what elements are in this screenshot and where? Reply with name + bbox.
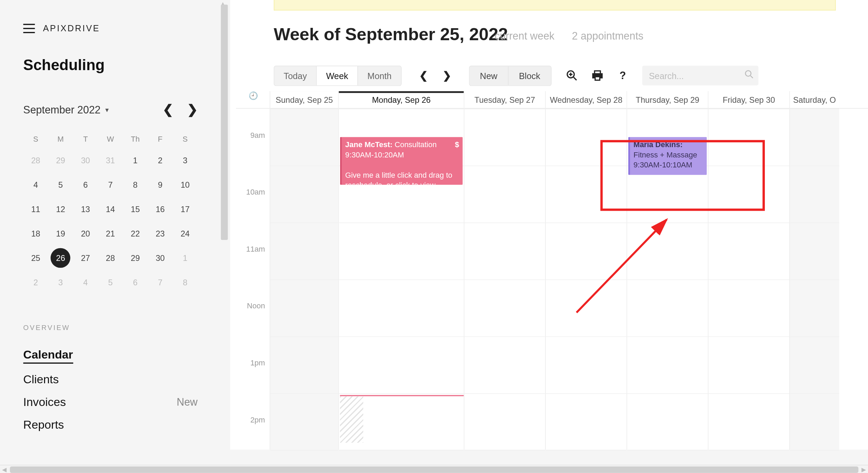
mini-cal-day[interactable]: 6 (126, 273, 145, 292)
nav-item-label: Invoices (23, 396, 66, 409)
mini-cal-dow: S (173, 130, 198, 148)
mini-cal-day[interactable]: 2 (26, 273, 45, 292)
mini-cal-day[interactable]: 28 (100, 248, 120, 268)
svg-point-7 (745, 71, 751, 76)
mini-cal-day[interactable]: 21 (100, 224, 120, 243)
mini-cal-day[interactable]: 7 (100, 175, 120, 195)
mini-cal-prev[interactable]: ❮ (163, 102, 173, 117)
mini-cal-day[interactable]: 2 (150, 151, 170, 170)
nav-item-label: Calendar (23, 348, 73, 364)
appointment[interactable]: Jane McTest: Consultation 9:30AM-10:20AM… (340, 137, 463, 185)
search-input[interactable] (642, 66, 758, 85)
time-label: Noon (247, 301, 265, 310)
nav-item-clients[interactable]: Clients (23, 368, 198, 391)
mini-cal-day[interactable]: 6 (76, 175, 95, 195)
week-grid: 🕘 9am10am11amNoon1pm2pm Sunday, Sep 25Mo… (236, 108, 868, 450)
mini-cal-day[interactable]: 5 (100, 273, 120, 292)
nav-item-badge: New (177, 396, 198, 408)
mini-cal-day[interactable]: 31 (100, 151, 120, 170)
scroll-right-caret[interactable]: ▶ (860, 465, 868, 473)
mini-cal-day[interactable]: 20 (76, 224, 95, 243)
today-button[interactable]: Today (274, 66, 316, 85)
time-label: 11am (246, 244, 265, 253)
menu-icon[interactable] (23, 23, 35, 33)
day-column-sun[interactable]: Sunday, Sep 25 (270, 91, 338, 450)
day-column-fri[interactable]: Friday, Sep 30 (708, 91, 789, 450)
time-label: 10am (246, 188, 265, 196)
svg-line-9 (576, 220, 666, 312)
mini-cal-month-select[interactable]: September 2022 ▼ (23, 104, 110, 116)
day-column-sat[interactable]: Saturday, O (789, 91, 839, 450)
block-button[interactable]: Block (508, 66, 551, 85)
mini-cal-day[interactable]: 12 (51, 199, 70, 219)
time-label: 2pm (250, 415, 265, 424)
day-column-tue[interactable]: Tuesday, Sep 27 (464, 91, 545, 450)
month-button[interactable]: Month (358, 66, 401, 85)
mini-cal-day[interactable]: 13 (76, 199, 95, 219)
zoom-in-icon[interactable] (565, 69, 578, 82)
svg-line-1 (573, 77, 576, 80)
nav-item-calendar[interactable]: Calendar (23, 343, 198, 368)
mini-cal-day[interactable]: 15 (126, 199, 145, 219)
mini-cal-day[interactable]: 16 (150, 199, 170, 219)
mini-cal-day[interactable]: 8 (175, 273, 195, 292)
nav-item-reports[interactable]: Reports (23, 414, 198, 436)
print-icon[interactable] (591, 69, 604, 82)
nav-item-label: Clients (23, 373, 59, 386)
brand-name: APIXDRIVE (43, 23, 100, 33)
mini-cal-day[interactable]: 3 (175, 151, 195, 170)
mini-cal-day[interactable]: 1 (175, 248, 195, 268)
mini-cal-day[interactable]: 22 (126, 224, 145, 243)
mini-cal-day[interactable]: 29 (51, 151, 70, 170)
mini-cal-day[interactable]: 26 (51, 248, 70, 268)
mini-cal-day[interactable]: 24 (175, 224, 195, 243)
mini-cal-day[interactable]: 19 (51, 224, 70, 243)
mini-cal-day[interactable]: 30 (150, 248, 170, 268)
time-hatch (340, 396, 364, 442)
week-next-button[interactable]: ❯ (436, 65, 457, 86)
mini-cal-dow: T (73, 130, 98, 148)
mini-cal-day[interactable]: 1 (126, 151, 145, 170)
mini-cal-day[interactable]: 17 (175, 199, 195, 219)
mini-cal-day[interactable]: 28 (26, 151, 45, 170)
day-header: Monday, Sep 26 (339, 91, 464, 109)
time-label: 9am (250, 131, 265, 139)
view-switcher: Today Week Month (274, 65, 401, 86)
appointment[interactable]: Maria Dekins: Fitness + Massage 9:30AM-1… (628, 137, 707, 175)
sidebar-scrollbar[interactable] (221, 5, 228, 240)
mini-cal-day[interactable]: 5 (51, 175, 70, 195)
day-column-mon[interactable]: Monday, Sep 26Jane McTest: Consultation … (338, 91, 464, 450)
nav-item-invoices[interactable]: InvoicesNew (23, 391, 198, 414)
mini-cal-day[interactable]: 30 (76, 151, 95, 170)
mini-cal-day[interactable]: 27 (76, 248, 95, 268)
mini-cal-next[interactable]: ❯ (187, 102, 197, 117)
mini-cal-day[interactable]: 23 (150, 224, 170, 243)
mini-cal-dow: S (23, 130, 48, 148)
mini-cal-day[interactable]: 4 (26, 175, 45, 195)
mini-cal-day[interactable]: 10 (175, 175, 195, 195)
week-title: Week of September 25, 2022 (274, 24, 508, 44)
chevron-down-icon: ▼ (104, 107, 110, 113)
mini-cal-day[interactable]: 8 (126, 175, 145, 195)
horizontal-scrollbar[interactable]: ◀ ▶ (0, 465, 868, 473)
sidebar: APIXDRIVE Scheduling September 2022 ▼ ❮ … (0, 0, 221, 450)
clock-icon: 🕘 (249, 91, 258, 100)
mini-cal-month-label: September 2022 (23, 104, 101, 116)
mini-cal-day[interactable]: 14 (100, 199, 120, 219)
mini-cal-day[interactable]: 9 (150, 175, 170, 195)
new-button[interactable]: New (469, 66, 508, 85)
scroll-left-caret[interactable]: ◀ (0, 465, 9, 473)
mini-cal-day[interactable]: 18 (26, 224, 45, 243)
week-prev-button[interactable]: ❮ (413, 65, 434, 86)
mini-cal-day[interactable]: 4 (76, 273, 95, 292)
search-icon (744, 70, 753, 81)
help-icon[interactable]: ? (616, 69, 629, 82)
scroll-thumb[interactable] (10, 466, 858, 473)
mini-cal-day[interactable]: 7 (150, 273, 170, 292)
mini-cal-day[interactable]: 29 (126, 248, 145, 268)
mini-cal-day[interactable]: 3 (51, 273, 70, 292)
mini-cal-day[interactable]: 11 (26, 199, 45, 219)
current-week-label: current week (495, 30, 554, 42)
week-button[interactable]: Week (316, 66, 357, 85)
mini-cal-day[interactable]: 25 (26, 248, 45, 268)
